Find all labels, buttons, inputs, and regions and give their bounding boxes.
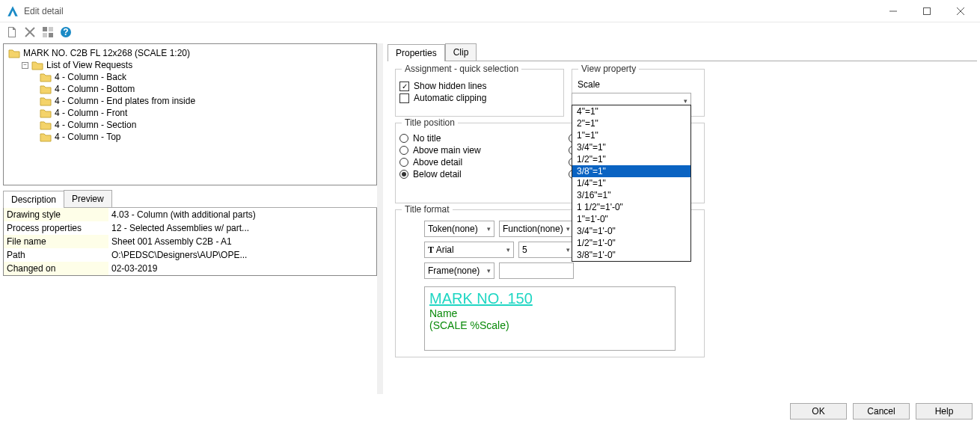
close-button[interactable]: [943, 1, 977, 22]
folder-icon: [8, 48, 20, 58]
preview-scale: (SCALE %Scale): [429, 319, 670, 331]
function-select[interactable]: Function(none)▾: [499, 221, 574, 237]
show-hidden-label: Show hidden lines: [414, 81, 486, 91]
delete-icon[interactable]: [24, 26, 36, 40]
scale-option[interactable]: 3/8"=1'-0": [572, 249, 690, 261]
svg-rect-6: [43, 27, 47, 31]
titlepos-radio[interactable]: Above main view: [399, 145, 481, 156]
tree-group-label: List of View Requests: [46, 60, 132, 70]
scale-option[interactable]: 3/4"=1": [572, 141, 690, 153]
property-row: Drawing style4.03 - Column (with additio…: [4, 208, 376, 221]
tree-item[interactable]: 4 - Column - End plates from inside: [4, 95, 376, 107]
fontsize-select[interactable]: 5▾: [518, 242, 574, 258]
scale-dropdown-list[interactable]: 4"=1"2"=1"1"=1"3/4"=1"1/2"=1"3/8"=1"1/4"…: [572, 105, 691, 262]
font-select[interactable]: T Arial▾: [424, 242, 514, 258]
scale-option[interactable]: 1"=1": [572, 129, 690, 141]
window-title: Edit detail: [24, 6, 876, 16]
preview-mark: MARK NO. 150: [429, 290, 670, 307]
property-row: Changed on02-03-2019: [4, 262, 376, 275]
tree-item[interactable]: 4 - Column - Front: [4, 107, 376, 119]
svg-rect-1: [923, 7, 930, 14]
tab-clip[interactable]: Clip: [445, 43, 477, 61]
help-icon[interactable]: ?: [60, 26, 72, 40]
svg-text:?: ?: [63, 27, 68, 37]
frame-select[interactable]: Frame(none)▾: [424, 262, 494, 279]
scale-label: Scale: [578, 79, 600, 90]
viewprop-legend: View property: [578, 64, 639, 74]
svg-rect-9: [49, 33, 53, 37]
scale-option[interactable]: 2"=1": [572, 117, 690, 129]
titlepos-radio[interactable]: Below detail: [399, 169, 481, 179]
scale-option[interactable]: 3/16"=1": [572, 189, 690, 201]
minimize-button[interactable]: [876, 1, 910, 22]
titlefmt-legend: Title format: [402, 204, 453, 215]
titlepos-radio[interactable]: Above detail: [399, 157, 481, 168]
token-select[interactable]: Token(none)▾: [424, 221, 494, 237]
titlepos-radio[interactable]: No title: [399, 133, 481, 144]
description-panel: Drawing style4.03 - Column (with additio…: [3, 208, 377, 276]
ok-button[interactable]: OK: [790, 403, 847, 420]
property-row: File nameSheet 001 Assembly C2B - A1: [4, 235, 376, 248]
titlepos-legend: Title position: [402, 117, 458, 128]
auto-clipping-checkbox[interactable]: Automatic clipping: [399, 93, 486, 103]
tab-description[interactable]: Description: [3, 191, 64, 208]
svg-rect-7: [49, 27, 53, 31]
scale-option[interactable]: 1"=1'-0": [572, 213, 690, 225]
property-row: PathO:\PEDSC\Designers\AUP\OPE...: [4, 248, 376, 262]
cancel-button[interactable]: Cancel: [853, 403, 910, 420]
right-tabbar: Properties Clip: [388, 43, 977, 61]
tree-item[interactable]: 4 - Column - Top: [4, 131, 376, 143]
property-row: Process properties12 - Selected Assembli…: [4, 221, 376, 235]
splitter[interactable]: [377, 43, 383, 394]
collapse-icon[interactable]: −: [22, 62, 28, 69]
chevron-down-icon: ▾: [684, 97, 687, 105]
tab-preview[interactable]: Preview: [64, 190, 112, 207]
left-tabbar: Description Preview: [3, 190, 377, 208]
toolbar: ?: [0, 22, 980, 43]
help-button[interactable]: Help: [916, 403, 973, 420]
titlebar: Edit detail: [0, 0, 980, 22]
title-preview: MARK NO. 150 Name (SCALE %Scale): [424, 286, 676, 351]
new-icon[interactable]: [6, 26, 18, 40]
scale-option[interactable]: 1/4"=1": [572, 177, 690, 189]
tree-root-label: MARK NO. C2B FL 12x268 (SCALE 1:20): [23, 48, 190, 58]
scale-option[interactable]: 1/2"=1'-0": [572, 237, 690, 249]
tree-item[interactable]: 4 - Column - Bottom: [4, 83, 376, 95]
tree-item[interactable]: 4 - Column - Back: [4, 71, 376, 83]
scale-option[interactable]: 3/8"=1": [572, 165, 690, 177]
scale-option[interactable]: 3/4"=1'-0": [572, 225, 690, 237]
scale-option[interactable]: 4"=1": [572, 105, 690, 117]
tree-item[interactable]: 4 - Column - Section: [4, 119, 376, 131]
auto-clipping-label: Automatic clipping: [414, 93, 486, 103]
assignment-legend: Assignment - quick selection: [402, 64, 521, 74]
tab-properties[interactable]: Properties: [388, 44, 445, 61]
scale-option[interactable]: 1/2"=1": [572, 153, 690, 165]
checkboard-icon[interactable]: [42, 26, 54, 40]
view-tree[interactable]: MARK NO. C2B FL 12x268 (SCALE 1:20) − Li…: [3, 43, 377, 185]
app-logo-icon: [6, 4, 19, 18]
maximize-button[interactable]: [910, 1, 943, 22]
frame-extra-input[interactable]: [499, 262, 574, 279]
scale-option[interactable]: 1 1/2"=1'-0": [572, 201, 690, 213]
svg-rect-8: [43, 33, 47, 37]
folder-icon: [31, 60, 43, 70]
preview-name: Name: [429, 307, 670, 319]
show-hidden-checkbox[interactable]: ✓ Show hidden lines: [399, 81, 486, 91]
